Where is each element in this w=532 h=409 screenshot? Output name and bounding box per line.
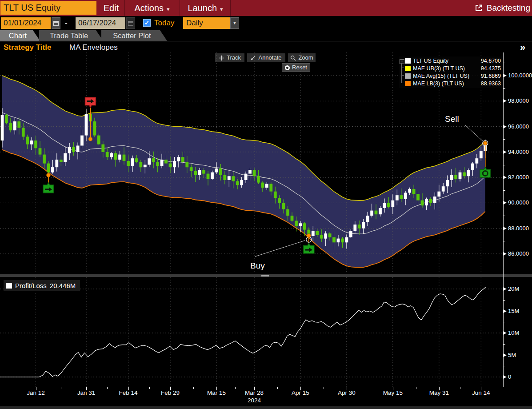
time-minor-tick [61,387,61,389]
price-minor-tick [503,88,505,89]
time-minor-tick [193,387,194,389]
price-tick-arrow [503,176,507,179]
actions-menu-label: Actions [134,3,164,13]
price-tick-arrow [503,125,507,128]
ticker-input[interactable]: TLT US Equity [0,1,96,15]
launch-menu[interactable]: Launch▾ [181,0,229,16]
time-axis-label: May 15 [377,389,408,396]
dropdown-caret-button[interactable]: ▼ [230,17,239,29]
price-minor-tick [503,139,505,140]
tab-trade-table[interactable]: Trade Table [39,30,103,41]
time-axis-label: Jan 31 [71,389,102,396]
price-axis-label: 92.0000 [508,174,529,181]
time-minor-tick [235,387,236,389]
legend-item-lower-band[interactable]: MAE LB(3) (TLT US) 88.9363 [399,80,502,87]
time-minor-tick [149,387,150,389]
buy-marker: Buy [250,234,314,270]
actions-menu[interactable]: Actions▾ [126,0,178,16]
price-axis-label: 90.0000 [508,199,529,206]
pl-gridlines [0,277,503,387]
legend-value: 94.4375 [481,65,501,72]
bottom-scroll-strip[interactable] [0,406,532,409]
series-swatch [405,73,411,79]
legend-label: TLT US Equity [413,58,448,64]
backtesting-label: Backtesting [487,3,530,13]
panel-resize-handle[interactable] [261,275,269,276]
time-minor-tick [277,387,278,389]
tab-scatter-plot[interactable]: Scatter Plot [101,30,167,41]
header-divider [180,0,180,16]
start-date-calendar-button[interactable] [52,17,60,29]
price-axis-label: 88.0000 [508,225,529,232]
legend-label: MAE Avg(15) (TLT US) [413,73,469,79]
today-label: Today [154,17,174,29]
price-axis-label: 86.0000 [508,250,529,257]
price-tick-arrow [503,150,507,154]
series-swatch [6,283,12,289]
time-minor-tick [460,387,460,389]
pl-legend[interactable]: Profit/Loss 20.446M [4,280,80,291]
time-minor-tick [324,387,324,389]
pl-tick-arrow [503,309,507,313]
time-axis-label: Feb 29 [155,389,186,396]
strategy-name: MA Envelopes [69,43,118,52]
launch-menu-label: Launch [188,3,217,13]
tab-bar: Chart Trade Table Scatter Plot [0,30,532,41]
start-date-input[interactable]: 01/01/2024 [1,17,51,29]
trade-annotation-text: Buy [250,261,265,270]
price-axis-label: 96.0000 [508,123,529,130]
end-date-calendar-button[interactable] [126,17,135,29]
time-axis-label: Apr 15 [285,389,316,396]
pl-tick-arrow [503,375,507,379]
time-axis-line [0,387,507,387]
period-dropdown[interactable]: Daily [183,17,230,29]
price-minor-tick [503,216,505,216]
backtesting-button[interactable]: Backtesting [475,0,530,16]
edit-menu[interactable]: Edit [99,0,124,16]
execution-dot [307,234,311,238]
price-minor-tick [503,190,505,191]
time-axis-label: May 31 [424,389,455,396]
header-divider [124,0,125,16]
time-axis-label: Jun 14 [465,389,496,396]
title-bar: TLT US Equity Edit Actions▾ Launch▾ Back… [0,0,532,16]
legend-item-upper-band[interactable]: MAE UB(3) (TLT US) 94.4375 [399,65,502,72]
pl-minor-tick [503,344,505,345]
price-minor-tick [503,267,505,267]
date-control-bar: 01/01/2024 - 06/17/2024 ✓ Today Daily ▼ [0,16,532,30]
series-swatch [405,58,411,64]
pl-minor-tick [503,300,505,301]
pl-minor-tick [503,366,505,366]
price-axis-label: 98.0000 [508,97,529,104]
price-axis-label: 100.0000 [508,72,532,79]
pl-axis-label: 5M [508,352,516,359]
export-icon [475,4,483,12]
time-axis-label: Mar 28 [239,389,270,396]
price-tick-arrow [503,99,507,103]
legend-item-average[interactable]: MAE Avg(15) (TLT US) 91.6869 [399,72,502,80]
chevron-down-icon: ▾ [220,6,223,12]
expand-panel-chevrons[interactable]: » [520,42,524,53]
series-swatch [405,66,411,71]
time-minor-tick [416,387,416,389]
pl-axis-label: 20M [508,285,519,293]
tab-chart[interactable]: Chart [0,30,40,41]
pl-tick-arrow [503,353,507,357]
pl-axis-label: 10M [508,329,519,337]
calendar-icon [53,21,59,26]
end-date-input[interactable]: 06/17/2024 [76,17,125,29]
execution-dot [47,173,51,177]
pl-axis-label: 0 [508,373,511,381]
today-checkbox[interactable]: ✓ [143,19,151,27]
execution-dot [88,137,92,141]
chevron-down-icon: ▾ [167,6,170,12]
strategy-title-label: Strategy Title [4,43,51,52]
time-axis-label: Mar 15 [201,389,232,396]
pl-tick-arrow [503,287,507,291]
legend-item-price[interactable]: TLT US Equity 94.6700 [399,57,502,64]
pl-chart-svg [0,277,503,387]
backtesting-app: TLT US Equity Edit Actions▾ Launch▾ Back… [0,0,532,409]
buy-marker [43,173,54,193]
date-range-separator: - [65,17,68,29]
pl-legend-value: 20.446M [50,282,76,289]
